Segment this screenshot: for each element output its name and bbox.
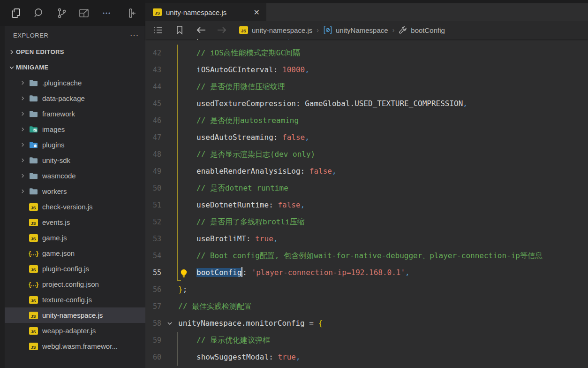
tree-item-texture-config-js[interactable]: JStexture-config.js	[5, 292, 145, 307]
wrench-icon	[399, 26, 407, 35]
layout-icon[interactable]	[78, 7, 90, 19]
code-text[interactable]: showSuggestModal: true,	[178, 349, 588, 366]
source-control-icon[interactable]	[55, 7, 68, 19]
code-line-46[interactable]: 46// 是否使用autostreaming	[145, 112, 588, 129]
code-line-45[interactable]: 45usedTextureCompression: GameGlobal.USE…	[145, 95, 588, 112]
code-text[interactable]: usedTextureCompression: GameGlobal.USED_…	[178, 95, 588, 112]
chevron-right-icon[interactable]	[19, 174, 26, 178]
chevron-right-icon[interactable]	[19, 96, 26, 100]
search-icon[interactable]	[33, 7, 45, 19]
code-line-57[interactable]: 57// 最佳实践检测配置	[145, 298, 588, 315]
tree-item-weapp-adapter-js[interactable]: JSweapp-adapter.js	[5, 323, 145, 338]
explorer-panel: EXPLORER ··· OPEN EDITORS MINIGAME .plug…	[5, 26, 145, 368]
code-text[interactable]: // 是否使用微信压缩纹理	[178, 78, 588, 95]
back-arrow-icon[interactable]	[196, 26, 206, 34]
chevron-right-icon[interactable]	[19, 143, 26, 147]
code-line-55[interactable]: 55bootConfig: 'player-connection-ip=192.…	[145, 264, 588, 281]
explorer-more-icon[interactable]: ···	[130, 31, 139, 39]
toggle-sidebar-icon[interactable]	[125, 7, 137, 19]
code-line-52[interactable]: 52// 是否用了多线程brotli压缩	[145, 214, 588, 230]
code-line-59[interactable]: 59// 显示优化建议弹框	[145, 332, 588, 349]
code-line-43[interactable]: 43iOSAutoGCInterval: 10000,	[145, 61, 588, 78]
js-file-icon: JS	[28, 327, 38, 335]
code-text[interactable]: // 显示优化建议弹框	[178, 332, 588, 349]
code-line-49[interactable]: 49enableRenderAnalysisLog: false,	[145, 163, 588, 180]
code-line-48[interactable]: 48// 是否显示渲染日志(dev only)	[145, 146, 588, 163]
code-editor[interactable]: 41preloadWXFont: false,42// iOS高性能模式定期GC…	[145, 39, 588, 368]
line-number: 57	[145, 298, 161, 315]
breadcrumb-file[interactable]: JS unity-namespace.js	[239, 26, 312, 34]
code-text[interactable]: // 是否用了多线程brotli压缩	[178, 214, 588, 230]
tree-item-game-json[interactable]: {…}game.json	[5, 245, 145, 261]
tree-item-plugins[interactable]: plugins	[5, 137, 145, 153]
code-text[interactable]: // 是否dotnet runtime	[178, 180, 588, 197]
code-text[interactable]: // 是否使用autostreaming	[178, 112, 588, 129]
tree-item-check-version-js[interactable]: JScheck-version.js	[5, 199, 145, 215]
tab-unity-namespace[interactable]: JS unity-namespace.js ✕	[145, 3, 266, 21]
folder-icon	[28, 172, 38, 179]
chevron-right-icon[interactable]	[19, 189, 26, 193]
code-line-50[interactable]: 50// 是否dotnet runtime	[145, 180, 588, 197]
code-line-53[interactable]: 53useBrotliMT: true,	[145, 230, 588, 247]
tree-item--plugincache[interactable]: .plugincache	[5, 75, 145, 91]
close-icon[interactable]: ✕	[253, 8, 261, 17]
code-text[interactable]: iOSAutoGCInterval: 10000,	[178, 61, 588, 78]
tree-item-project-config-json[interactable]: {…}project.config.json	[5, 276, 145, 292]
code-line-47[interactable]: 47usedAutoStreaming: false,	[145, 129, 588, 146]
fold-chevron-icon[interactable]	[161, 315, 178, 332]
tree-item-data-package[interactable]: data-package	[5, 91, 145, 106]
code-line-44[interactable]: 44// 是否使用微信压缩纹理	[145, 78, 588, 95]
section-minigame[interactable]: MINIGAME	[5, 60, 145, 75]
chevron-right-icon[interactable]	[19, 127, 26, 131]
line-number: 43	[145, 61, 161, 78]
folder-icon	[28, 110, 38, 117]
tree-item-events-js[interactable]: JSevents.js	[5, 215, 145, 230]
tree-item-wasmcode[interactable]: wasmcode	[5, 168, 145, 184]
code-line-58[interactable]: 58unityNamespace.monitorConfig = {	[145, 315, 588, 332]
tree-item-label: framework	[42, 110, 75, 118]
code-line-41[interactable]: 41preloadWXFont: false,	[145, 39, 588, 45]
code-text[interactable]: unityNamespace.monitorConfig = {	[178, 315, 588, 332]
more-icon[interactable]	[100, 7, 113, 19]
code-text[interactable]: useBrotliMT: true,	[178, 230, 588, 247]
tree-item-unity-sdk[interactable]: unity-sdk	[5, 153, 145, 168]
chevron-down-icon	[8, 65, 16, 70]
code-text[interactable]: bootConfig: 'player-connection-ip=192.16…	[178, 264, 588, 281]
tree-item-plugin-config-js[interactable]: JSplugin-config.js	[5, 261, 145, 276]
code-line-56[interactable]: 56};	[145, 281, 588, 298]
forward-arrow-icon[interactable]	[217, 26, 227, 34]
folder-icon	[28, 95, 38, 102]
code-text[interactable]: // 最佳实践检测配置	[178, 298, 588, 315]
fold-gutter	[161, 45, 178, 61]
files-icon[interactable]	[10, 7, 23, 19]
code-text[interactable]: // 是否显示渲染日志(dev only)	[178, 146, 588, 163]
bookmark-icon[interactable]	[175, 25, 184, 35]
chevron-right-icon[interactable]	[19, 158, 26, 162]
tree-item-workers[interactable]: workers	[5, 184, 145, 199]
code-line-42[interactable]: 42// iOS高性能模式定期GC间隔	[145, 45, 588, 61]
code-text[interactable]: // iOS高性能模式定期GC间隔	[178, 45, 588, 61]
code-line-60[interactable]: 60showSuggestModal: true,	[145, 349, 588, 366]
code-text[interactable]: usedAutoStreaming: false,	[178, 129, 588, 146]
tree-item-webgl-wasm-framewor-[interactable]: JSwebgl.wasm.framewor...	[5, 338, 145, 354]
code-text[interactable]: preloadWXFont: false,	[178, 39, 588, 45]
tree-item-game-js[interactable]: JSgame.js	[5, 230, 145, 245]
breadcrumb-namespace[interactable]: unityNamespace	[323, 26, 388, 34]
line-number: 42	[145, 45, 161, 61]
code-text[interactable]: // Boot config配置, 包含例如wait-for-native-de…	[178, 247, 588, 264]
breadcrumb-symbol[interactable]: bootConfig	[399, 26, 445, 35]
code-text[interactable]: enableRenderAnalysisLog: false,	[178, 163, 588, 180]
chevron-right-icon[interactable]	[19, 81, 26, 85]
code-line-54[interactable]: 54// Boot config配置, 包含例如wait-for-native-…	[145, 247, 588, 264]
tree-item-images[interactable]: images	[5, 122, 145, 137]
section-label: MINIGAME	[16, 64, 49, 71]
tree-item-label: plugins	[42, 141, 65, 149]
code-line-51[interactable]: 51useDotnetRuntime: false,	[145, 197, 588, 214]
tree-item-framework[interactable]: framework	[5, 106, 145, 122]
outline-list-icon[interactable]	[153, 25, 163, 35]
code-text[interactable]: };	[178, 281, 588, 298]
tree-item-unity-namespace-js[interactable]: JSunity-namespace.js	[5, 307, 145, 323]
chevron-right-icon[interactable]	[19, 112, 26, 116]
section-open-editors[interactable]: OPEN EDITORS	[5, 44, 145, 60]
code-text[interactable]: useDotnetRuntime: false,	[178, 197, 588, 214]
